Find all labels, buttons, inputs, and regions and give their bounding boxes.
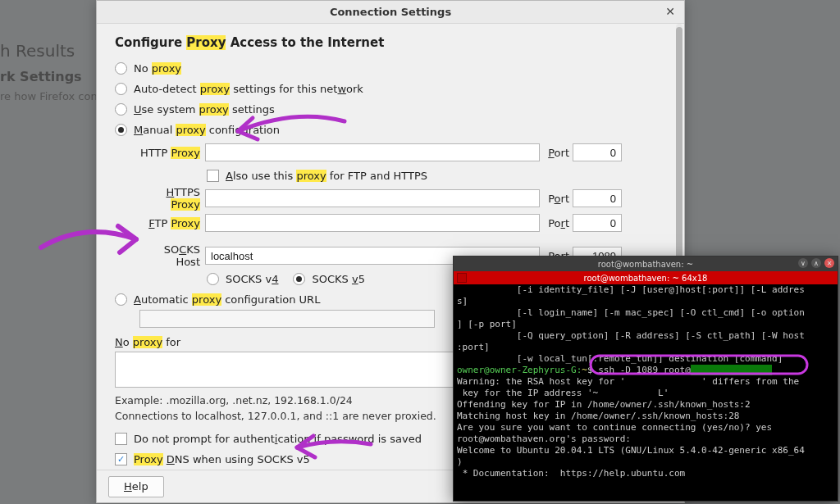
http-proxy-input[interactable] xyxy=(205,143,540,161)
ftp-port-input[interactable] xyxy=(573,214,622,232)
close-icon[interactable]: ✕ xyxy=(824,258,834,268)
bg-desc: re how Firefox conne xyxy=(0,90,111,102)
radio-system-proxy[interactable]: Use system proxy settings xyxy=(115,99,666,119)
help-button[interactable]: Help xyxy=(108,476,164,497)
bg-section: rk Settings xyxy=(0,69,82,84)
terminal-redbar: root@wombathaven: ~ 64x18 xyxy=(454,271,838,284)
minimize-icon[interactable]: ∨ xyxy=(798,258,808,268)
port-label: Port xyxy=(545,193,569,205)
terminal-titlebar: root@wombathaven: ~ ∨ ∧ ✕ xyxy=(454,257,838,271)
terminal-body[interactable]: [-i identity_file] [-J [user@]host[:port… xyxy=(454,284,838,501)
terminal-window: root@wombathaven: ~ ∨ ∧ ✕ root@wombathav… xyxy=(453,256,838,502)
dialog-titlebar: Connection Settings ✕ xyxy=(97,1,684,24)
http-port-input[interactable] xyxy=(573,143,622,161)
auto-config-url-input[interactable] xyxy=(139,310,435,328)
page-heading: Configure Proxy Access to the Internet xyxy=(115,35,666,50)
https-proxy-row: HTTPS Proxy Port xyxy=(139,187,666,210)
menu-icon[interactable] xyxy=(457,273,467,283)
close-icon[interactable]: ✕ xyxy=(663,4,678,19)
bg-results: h Results xyxy=(0,41,75,61)
ftp-proxy-row: FTP Proxy Port xyxy=(139,211,666,234)
radio-auto-detect[interactable]: Auto-detect proxy settings for this netw… xyxy=(115,79,666,98)
port-label: Port xyxy=(545,147,569,159)
https-port-input[interactable] xyxy=(573,189,622,207)
port-label: Port xyxy=(545,217,569,229)
dialog-title: Connection Settings xyxy=(330,6,451,18)
radio-socks-v5[interactable] xyxy=(293,273,305,285)
radio-manual-proxy[interactable]: Manual proxy configuration xyxy=(115,120,666,139)
maximize-icon[interactable]: ∧ xyxy=(811,258,821,268)
radio-socks-v4[interactable] xyxy=(207,273,219,285)
also-use-checkbox-row[interactable]: ✓ Also use this proxy for FTP and HTTPS xyxy=(207,166,666,185)
radio-no-proxy[interactable]: No proxy xyxy=(115,58,666,78)
http-proxy-row: HTTP Proxy Port xyxy=(139,141,666,164)
ftp-proxy-input[interactable] xyxy=(205,214,540,232)
https-proxy-input[interactable] xyxy=(205,189,540,207)
